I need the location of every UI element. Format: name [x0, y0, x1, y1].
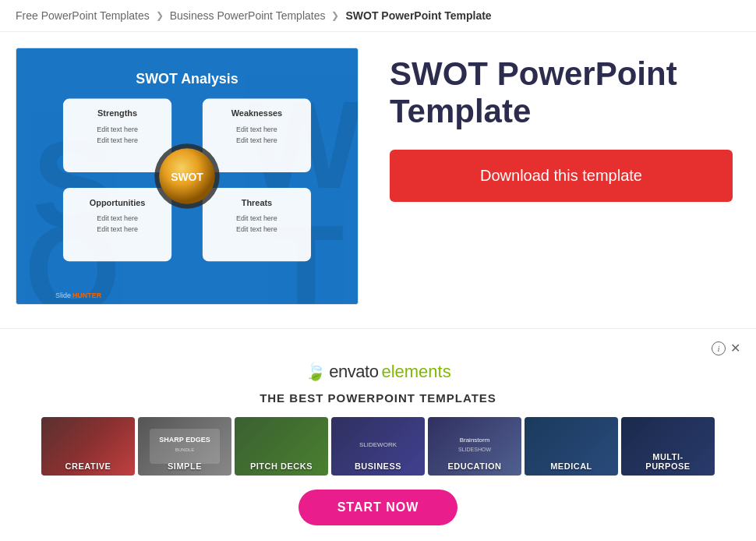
close-icon[interactable]: ✕	[730, 342, 740, 355]
start-now-button[interactable]: START NOW	[299, 490, 458, 525]
svg-text:Weaknesses: Weaknesses	[231, 108, 282, 118]
card-medical-label: MEDICAL	[525, 458, 618, 476]
svg-text:Edit text here: Edit text here	[97, 214, 138, 222]
svg-text:BUNDLE: BUNDLE	[175, 447, 194, 452]
svg-text:Edit text here: Edit text here	[236, 214, 277, 222]
right-panel: SWOT PowerPoint Template Download this t…	[390, 48, 740, 202]
svg-text:SWOT Analysis: SWOT Analysis	[136, 71, 238, 87]
svg-text:SLIDEWORK: SLIDEWORK	[359, 441, 397, 448]
download-button[interactable]: Download this template	[390, 150, 733, 202]
card-business[interactable]: SLIDEWORK BUSINESS	[331, 417, 425, 476]
svg-text:Strengths: Strengths	[97, 108, 137, 118]
svg-text:SWOT: SWOT	[171, 171, 203, 183]
svg-text:Brainstorm: Brainstorm	[460, 437, 490, 444]
breadcrumb-business-templates[interactable]: Business PowerPoint Templates	[170, 9, 326, 22]
breadcrumb-current: SWOT PowerPoint Template	[345, 9, 491, 22]
main-content: S W O T SWOT Analysis Strengths Edit tex…	[0, 32, 756, 328]
svg-text:Edit text here: Edit text here	[236, 225, 277, 233]
ad-section: i ✕ 🍃 envato elements THE BEST POWERPOIN…	[0, 328, 756, 541]
card-multipurpose-label: MULTI- PURPOSE	[621, 449, 715, 476]
card-simple-label: SIMPLE	[138, 458, 231, 476]
card-pitch-label: PITCH DECKS	[235, 458, 328, 476]
card-simple[interactable]: SHARP EDGES BUNDLE SIMPLE	[138, 417, 231, 476]
card-education-label: EDUCATION	[428, 458, 521, 476]
info-icon[interactable]: i	[712, 341, 726, 355]
svg-text:Edit text here: Edit text here	[236, 136, 277, 144]
svg-text:SLIDESHOW: SLIDESHOW	[458, 447, 491, 452]
svg-text:HUNTER: HUNTER	[72, 292, 102, 299]
svg-text:Opportunities: Opportunities	[90, 198, 146, 207]
card-creative[interactable]: CREATIVE	[41, 417, 135, 476]
template-preview: S W O T SWOT Analysis Strengths Edit tex…	[16, 48, 359, 305]
envato-elements-text: elements	[381, 362, 450, 382]
breadcrumb: Free PowerPoint Templates ❯ Business Pow…	[0, 0, 756, 32]
breadcrumb-free-templates[interactable]: Free PowerPoint Templates	[16, 9, 150, 22]
breadcrumb-sep-2: ❯	[331, 10, 339, 21]
svg-text:Edit text here: Edit text here	[236, 126, 277, 133]
svg-text:Slide: Slide	[55, 292, 71, 299]
breadcrumb-sep-1: ❯	[156, 10, 164, 21]
card-medical[interactable]: MEDICAL	[525, 417, 618, 476]
envato-leaf-icon: 🍃	[305, 362, 326, 382]
envato-brand-text: envato	[329, 362, 378, 382]
svg-text:Edit text here: Edit text here	[97, 225, 138, 233]
card-multipurpose[interactable]: MULTI- PURPOSE	[621, 417, 715, 476]
ad-info-bar: i ✕	[16, 341, 740, 355]
swot-svg: S W O T SWOT Analysis Strengths Edit tex…	[16, 48, 358, 304]
svg-text:Edit text here: Edit text here	[97, 136, 138, 144]
card-creative-label: CREATIVE	[41, 458, 135, 476]
card-education[interactable]: Brainstorm SLIDESHOW EDUCATION	[428, 417, 521, 476]
template-card-grid: CREATIVE SHARP EDGES BUNDLE SIMPLE PITCH…	[16, 417, 740, 476]
template-title: SWOT PowerPoint Template	[390, 55, 740, 131]
svg-text:Edit text here: Edit text here	[97, 126, 138, 133]
card-pitch[interactable]: PITCH DECKS	[235, 417, 328, 476]
envato-logo: 🍃 envato elements	[16, 362, 740, 382]
ad-tagline: THE BEST POWERPOINT TEMPLATES	[16, 391, 740, 405]
svg-text:Threats: Threats	[242, 198, 272, 207]
svg-text:SHARP EDGES: SHARP EDGES	[159, 436, 210, 444]
card-business-label: BUSINESS	[331, 458, 425, 476]
